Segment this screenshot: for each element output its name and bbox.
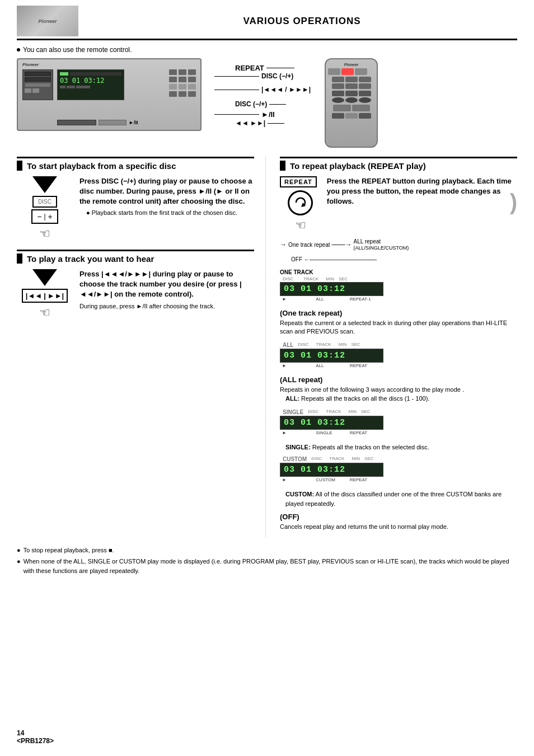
device-left-panel [22, 69, 53, 100]
remote-disc-label: DISC (−/+) [235, 100, 294, 108]
plus-button[interactable]: + [48, 212, 53, 221]
custom-desc: All of the discs classified under one of… [285, 491, 502, 507]
all-display-section: ALL DISC TRACK MIN SEC 03 01 03:12 ► ALL [280, 342, 517, 369]
device-brand: Pioneer [22, 62, 39, 67]
flow-arrow-right-1: → [280, 241, 287, 248]
skip-back-btn[interactable]: |◄◄ [26, 292, 42, 300]
one-track-repeat-title: (One track repeat) [280, 309, 517, 317]
minus-button[interactable]: − [37, 212, 41, 221]
section-repeat-header: To repeat playback (REPEAT play) [280, 157, 517, 171]
all-repeat-details: ALL: Repeats all the tracks on all the d… [280, 394, 517, 403]
repeat-label-box: REPEAT [280, 176, 317, 187]
remote-btn-grid-2 [332, 77, 371, 89]
single-disp-labels: SINGLE DISC TRACK MIN SEC [280, 409, 517, 415]
device-image: Pioneer 03 01 [17, 58, 202, 131]
all-disp-bottom: ► ALL REPEAT [280, 363, 383, 369]
one-track-repeat-subsection: (One track repeat) Repeats the current o… [280, 309, 517, 336]
start-playback-block: DISC − | + ☞ Press DISC (−/+) during pla… [17, 176, 254, 241]
device-diagram-wrapper: Pioneer 03 01 [17, 58, 202, 131]
flow-step-one-track: One track repeat [288, 242, 330, 248]
one-track-display: 03 01 03:12 [280, 282, 383, 296]
brace-icon: ) [510, 196, 517, 208]
all-repeat-title: (ALL repeat) [280, 375, 517, 384]
page-number-area: 14 <PRB1278> [17, 729, 54, 745]
single-display-section: SINGLE DISC TRACK MIN SEC 03 01 03:12 ► … [280, 409, 517, 436]
section-start-playback-header: To start playback from a specific disc [17, 157, 254, 171]
down-arrow-icon-2 [32, 269, 57, 286]
hand-cursor-icon-2: ☞ [39, 306, 50, 320]
remote-repeat-text: REPEAT [235, 64, 264, 72]
track-diagram: |◄◄ | ►►| ☞ [17, 269, 73, 320]
remote-note: You can also use the remote control. [17, 46, 517, 54]
skip-fwd-btn[interactable]: ►►| [48, 292, 64, 300]
single-text: SINGLE: Repeats all the tracks on the se… [280, 443, 517, 452]
play-track-main: Press |◄◄◄/►►►| during play or pause to … [79, 269, 254, 300]
footer-notes: ● To stop repeat playback, press ■. ● Wh… [17, 546, 517, 576]
section-marker-2 [17, 253, 22, 264]
remote-repeat-label: REPEAT [235, 64, 294, 72]
device-display: 03 01 03:12 [57, 69, 124, 100]
off-text: Cancels repeat play and returns the unit… [280, 523, 517, 531]
all-display-label: ALL [283, 342, 293, 348]
one-track-repeat-text: Repeats the current or a selected track … [280, 319, 517, 336]
single-display: 03 01 03:12 [280, 416, 383, 430]
flow-row-2: OFF ←———————————— [280, 256, 517, 262]
single-display-label: SINGLE [283, 409, 303, 415]
off-subsection: (OFF) Cancels repeat play and returns th… [280, 513, 517, 531]
remote-skip-text: ◄◄ ►►| [235, 119, 265, 127]
all-display: 03 01 03:12 [280, 349, 383, 363]
disc-diagram: DISC − | + ☞ [17, 176, 73, 241]
all-text: Repeats all the tracks on all the discs … [301, 395, 429, 402]
section-marker-3 [280, 161, 285, 171]
custom-label-txt: CUSTOM: [285, 491, 314, 497]
custom-display: 03 01 03:12 [280, 463, 383, 477]
start-playback-sub: ● Playback starts from the first track o… [79, 209, 254, 216]
play-track-block: |◄◄ | ►►| ☞ Press |◄◄◄/►►►| during play … [17, 269, 254, 320]
all-label: ALL: [285, 395, 299, 402]
remote-btn-grid-4 [333, 105, 370, 111]
all-disp-labels: ALL DISC TRACK MIN SEC [280, 342, 517, 348]
repeat-instruction-block: REPEAT ☞ Press the REPEAT button during … [280, 176, 517, 233]
play-track-sub: During pause, press ►/II after choosing … [79, 303, 254, 309]
custom-display-section: CUSTOM DISC TRACK MIN SEC 03 01 03:12 ► … [280, 456, 517, 483]
flow-row-1: → One track repeat ——→ ALL repeat (ALL/S… [280, 238, 517, 251]
right-column: To repeat playback (REPEAT play) REPEAT [277, 157, 517, 537]
skip-buttons-group: |◄◄ | ►►| [22, 289, 68, 303]
repeat-icon [293, 196, 307, 210]
remote-btn-grid-5 [332, 113, 371, 119]
bullet-icon-1: ● [17, 546, 21, 555]
start-playback-main: Press DISC (−/+) during play or pause to… [79, 176, 254, 207]
repeat-circle-button[interactable] [288, 190, 313, 215]
header: Pioneer VARIOUS OPERATIONS [17, 6, 517, 40]
flow-arrow-left: ←———————————— [304, 256, 377, 262]
bullet-icon-2: ● [17, 557, 21, 575]
all-repeat-text: Repeats in one of the following 3 ways a… [280, 386, 517, 394]
page: Pioneer VARIOUS OPERATIONS You can also … [0, 0, 534, 756]
bullet-icon [17, 48, 20, 51]
one-track-label: One track [280, 269, 517, 275]
footer-note-1: ● To stop repeat playback, press ■. [17, 546, 517, 555]
flow-arrow-2: ——→ [331, 241, 352, 248]
section-play-track-title: To play a track you want to hear [27, 254, 154, 264]
custom-display-label: CUSTOM [283, 456, 307, 462]
disc-text-label: DISC [38, 199, 51, 205]
remote-diagram-wrapper: REPEAT DISC (−/+) ◄◄ ►►| Pioneer [325, 58, 378, 148]
page-title: VARIOUS OPERATIONS [87, 16, 517, 27]
down-arrow-icon [32, 176, 57, 193]
all-repeat-subsection: (ALL repeat) Repeats in one of the follo… [280, 375, 517, 403]
page-number: 14 [17, 729, 54, 737]
one-track-disp-labels: DISC TRACK MIN SEC [280, 276, 517, 281]
hand-cursor-icon-3: ☞ [295, 218, 306, 233]
flow-step-all: ALL repeat (ALL/SINGLE/CUSTOM) [353, 238, 409, 251]
disc-buttons: DISC [32, 196, 57, 208]
product-code: <PRB1278> [17, 737, 54, 745]
repeat-button-area: REPEAT ☞ [280, 176, 321, 233]
custom-text: CUSTOM: All of the discs classified unde… [280, 490, 517, 508]
one-track-display-section: One track DISC TRACK MIN SEC 03 01 03:12… [280, 269, 517, 302]
remote-skip-label: ◄◄ ►►| [235, 119, 294, 127]
start-playback-text: Press DISC (−/+) during play or pause to… [79, 176, 254, 241]
single-desc: Repeats all the tracks on the selected d… [312, 444, 429, 450]
device-buttons [169, 69, 196, 97]
section-repeat-title: To repeat playback (REPEAT play) [290, 161, 426, 171]
disc-pm-buttons: − | + [31, 209, 58, 224]
